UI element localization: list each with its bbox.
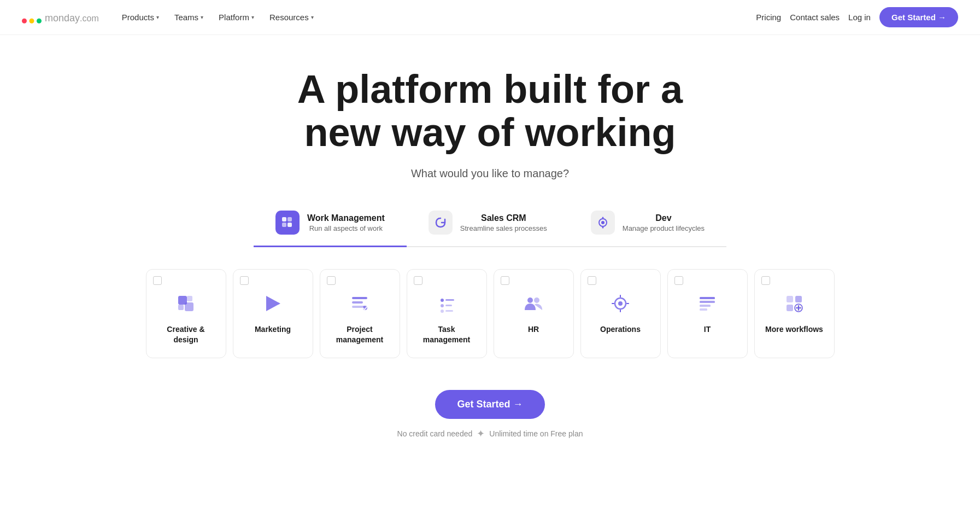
svg-rect-17 — [352, 301, 363, 304]
separator-icon: ✦ — [477, 428, 485, 440]
sales-crm-icon — [429, 211, 453, 235]
work-management-icon — [275, 211, 300, 235]
svg-rect-14 — [187, 296, 192, 301]
svg-rect-5 — [282, 223, 286, 227]
svg-rect-25 — [445, 310, 453, 312]
product-tabs: Work Management Run all aspects of work … — [254, 202, 726, 247]
chevron-icon: ▾ — [201, 14, 203, 20]
marketing-icon — [259, 289, 287, 318]
tab-dev-label: Dev — [623, 213, 705, 223]
card-checkbox — [240, 276, 249, 285]
svg-rect-3 — [282, 217, 286, 221]
navbar: monday.com Products ▾ Teams ▾ Platform ▾… — [0, 0, 980, 35]
logo[interactable]: monday.com — [22, 10, 99, 25]
svg-rect-36 — [787, 305, 793, 311]
tab-crm-label: Sales CRM — [460, 213, 547, 223]
hr-icon — [519, 289, 548, 318]
nav-login[interactable]: Log in — [848, 13, 871, 22]
hero-get-started-button[interactable]: Get Started → — [435, 390, 544, 419]
svg-rect-6 — [287, 223, 292, 227]
svg-point-2 — [37, 18, 42, 23]
card-label: Task management — [416, 324, 478, 344]
card-label: HR — [528, 324, 539, 334]
card-marketing[interactable]: Marketing — [233, 269, 313, 358]
nav-left: monday.com Products ▾ Teams ▾ Platform ▾… — [22, 9, 319, 25]
card-hr[interactable]: HR — [494, 269, 574, 358]
hero-section: A platform built for a new way of workin… — [0, 35, 980, 483]
more-workflows-icon — [780, 289, 808, 318]
svg-point-27 — [534, 298, 539, 303]
svg-point-0 — [22, 18, 27, 23]
nav-contact-sales[interactable]: Contact sales — [790, 13, 840, 22]
logo-svg — [22, 11, 42, 24]
svg-point-10 — [602, 227, 603, 229]
svg-rect-35 — [795, 296, 802, 302]
card-checkbox — [588, 276, 596, 285]
task-management-icon — [432, 289, 461, 318]
card-project-management[interactable]: Project management — [320, 269, 400, 358]
card-it[interactable]: IT — [667, 269, 748, 358]
it-icon — [693, 289, 721, 318]
svg-rect-33 — [700, 308, 707, 311]
card-checkbox — [153, 276, 162, 285]
svg-rect-32 — [700, 305, 711, 307]
svg-rect-4 — [287, 217, 292, 221]
chevron-icon: ▾ — [311, 14, 314, 20]
card-label: IT — [704, 324, 711, 334]
creative-design-icon — [172, 289, 200, 318]
card-checkbox — [414, 276, 422, 285]
project-management-icon — [345, 289, 374, 318]
card-more-workflows[interactable]: More workflows — [754, 269, 835, 358]
tab-crm-desc: Streamline sales processes — [460, 224, 547, 232]
tab-work-label: Work Management — [307, 213, 385, 223]
svg-point-8 — [601, 221, 605, 224]
nav-teams[interactable]: Teams ▾ — [169, 9, 209, 25]
hero-title: A platform built for a new way of workin… — [297, 68, 683, 154]
card-label: Project management — [329, 324, 391, 344]
svg-rect-13 — [178, 305, 184, 310]
svg-marker-15 — [266, 296, 280, 311]
chevron-icon: ▾ — [156, 14, 159, 20]
nav-resources[interactable]: Resources ▾ — [264, 9, 319, 25]
cta-section: Get Started → No credit card needed ✦ Un… — [386, 384, 594, 462]
svg-point-9 — [602, 217, 603, 219]
card-checkbox — [501, 276, 509, 285]
svg-rect-31 — [700, 301, 715, 303]
svg-rect-23 — [445, 305, 452, 306]
nav-links: Products ▾ Teams ▾ Platform ▾ Resources … — [116, 9, 319, 25]
card-checkbox — [674, 276, 683, 285]
card-checkbox — [761, 276, 770, 285]
nav-products[interactable]: Products ▾ — [116, 9, 165, 25]
card-label: Marketing — [255, 324, 291, 334]
svg-rect-21 — [445, 299, 454, 301]
cta-note: No credit card needed ✦ Unlimited time o… — [397, 428, 583, 440]
card-label: Creative & design — [155, 324, 217, 344]
svg-point-20 — [441, 299, 444, 302]
card-operations[interactable]: Operations — [580, 269, 661, 358]
card-creative-design[interactable]: Creative & design — [146, 269, 226, 358]
logo-wordmark: monday.com — [45, 10, 99, 25]
card-label: Operations — [600, 324, 641, 334]
svg-rect-30 — [700, 297, 715, 299]
nav-get-started-button[interactable]: Get Started → — [879, 7, 958, 27]
svg-point-1 — [30, 18, 34, 23]
svg-rect-16 — [352, 297, 367, 299]
card-checkbox — [327, 276, 336, 285]
svg-point-26 — [527, 298, 533, 303]
nav-platform[interactable]: Platform ▾ — [213, 9, 260, 25]
nav-right: Pricing Contact sales Log in Get Started… — [756, 7, 958, 27]
tab-sales-crm[interactable]: Sales CRM Streamline sales processes — [407, 202, 569, 247]
card-task-management[interactable]: Task management — [407, 269, 487, 358]
svg-point-29 — [618, 301, 623, 306]
svg-rect-12 — [185, 302, 193, 311]
workflow-cards: Creative & design Marketing — [135, 269, 846, 384]
svg-rect-34 — [787, 296, 793, 302]
dev-icon — [591, 211, 615, 235]
nav-pricing[interactable]: Pricing — [756, 13, 781, 22]
chevron-icon: ▾ — [251, 14, 254, 20]
hero-subtitle: What would you like to manage? — [411, 167, 569, 180]
tab-dev-desc: Manage product lifecycles — [623, 224, 705, 232]
svg-point-22 — [441, 304, 444, 307]
tab-work-management[interactable]: Work Management Run all aspects of work — [254, 202, 407, 247]
tab-dev[interactable]: Dev Manage product lifecycles — [569, 202, 726, 247]
